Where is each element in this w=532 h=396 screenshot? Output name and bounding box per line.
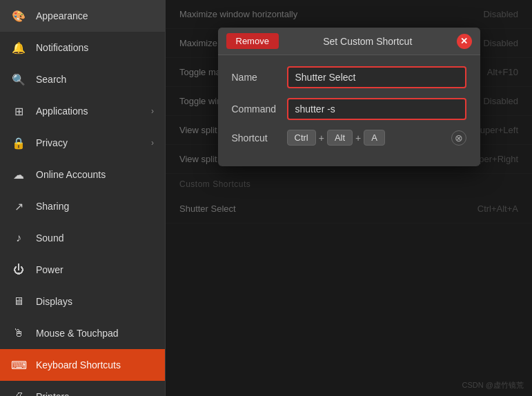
shortcut-field: Shortcut Ctrl+Alt+A⊗	[232, 130, 466, 146]
key-badge: Alt	[327, 130, 353, 146]
sound-icon: ♪	[11, 230, 26, 246]
printers-icon: 🖨	[11, 389, 26, 396]
name-field: Name	[232, 66, 466, 88]
clear-shortcut-button[interactable]: ⊗	[451, 130, 466, 146]
sidebar-label-appearance: Appearance	[36, 10, 154, 21]
sidebar-label-power: Power	[36, 264, 154, 275]
command-input[interactable]	[287, 98, 466, 120]
sidebar-item-mouse-touchpad[interactable]: 🖱Mouse & Touchpad	[0, 317, 165, 349]
command-label: Command	[232, 103, 287, 115]
sidebar-item-keyboard-shortcuts[interactable]: ⌨Keyboard Shortcuts	[0, 349, 165, 381]
sidebar-item-privacy[interactable]: 🔒Privacy›	[0, 127, 165, 159]
dialog-body: Name Command Shortcut Ctrl+Alt+A⊗	[218, 55, 480, 166]
sidebar-label-displays: Displays	[36, 296, 154, 307]
sidebar-label-online-accounts: Online Accounts	[36, 169, 154, 180]
sharing-icon: ↗	[11, 199, 26, 214]
remove-button[interactable]: Remove	[226, 33, 279, 49]
mouse-touchpad-icon: 🖱	[11, 326, 26, 341]
sidebar-item-search[interactable]: 🔍Search	[0, 63, 165, 95]
name-input[interactable]	[287, 66, 466, 88]
sidebar-label-keyboard-shortcuts: Keyboard Shortcuts	[36, 359, 154, 370]
dialog-overlay: Remove Set Custom Shortcut ✕ Name Comman…	[166, 0, 532, 396]
key-badge: Ctrl	[287, 130, 316, 146]
dialog-title: Set Custom Shortcut	[279, 36, 457, 47]
sidebar-label-search: Search	[36, 74, 154, 85]
shortcut-keys: Ctrl+Alt+A⊗	[287, 130, 466, 146]
sidebar-item-notifications[interactable]: 🔔Notifications	[0, 32, 165, 63]
dialog-header: Remove Set Custom Shortcut ✕	[218, 28, 480, 55]
sidebar-label-applications: Applications	[36, 106, 151, 117]
applications-icon: ⊞	[11, 103, 26, 119]
main-content: Maximize window horizontallyDisabledMaxi…	[166, 0, 532, 396]
name-label: Name	[232, 72, 287, 83]
sidebar: 🎨Appearance🔔Notifications🔍Search⊞Applica…	[0, 0, 166, 396]
shortcut-label: Shortcut	[232, 132, 287, 143]
sidebar-label-sharing: Sharing	[36, 201, 154, 212]
sidebar-label-sound: Sound	[36, 232, 154, 244]
power-icon: ⏻	[11, 262, 26, 277]
privacy-icon: 🔒	[11, 135, 26, 150]
sidebar-label-printers: Printers	[36, 391, 154, 396]
sidebar-item-printers[interactable]: 🖨Printers	[0, 381, 165, 396]
keyboard-shortcuts-icon: ⌨	[11, 357, 26, 373]
appearance-icon: 🎨	[11, 8, 26, 23]
search-icon: 🔍	[11, 72, 26, 87]
arrow-icon-applications: ›	[151, 106, 154, 116]
sidebar-label-mouse-touchpad: Mouse & Touchpad	[36, 328, 154, 339]
dialog: Remove Set Custom Shortcut ✕ Name Comman…	[218, 28, 480, 166]
online-accounts-icon: ☁	[11, 167, 26, 182]
close-button[interactable]: ✕	[457, 34, 472, 49]
sidebar-item-online-accounts[interactable]: ☁Online Accounts	[0, 159, 165, 190]
sidebar-item-appearance[interactable]: 🎨Appearance	[0, 0, 165, 32]
displays-icon: 🖥	[11, 294, 26, 309]
sidebar-item-sharing[interactable]: ↗Sharing	[0, 190, 165, 222]
notifications-icon: 🔔	[11, 40, 26, 55]
key-plus: +	[319, 132, 324, 143]
sidebar-label-notifications: Notifications	[36, 42, 154, 53]
sidebar-item-displays[interactable]: 🖥Displays	[0, 286, 165, 317]
sidebar-label-privacy: Privacy	[36, 137, 151, 148]
sidebar-item-sound[interactable]: ♪Sound	[0, 222, 165, 254]
command-field: Command	[232, 98, 466, 120]
sidebar-item-power[interactable]: ⏻Power	[0, 254, 165, 286]
sidebar-item-applications[interactable]: ⊞Applications›	[0, 95, 165, 127]
key-plus: +	[355, 132, 361, 143]
arrow-icon-privacy: ›	[151, 138, 154, 148]
key-badge: A	[364, 130, 385, 146]
